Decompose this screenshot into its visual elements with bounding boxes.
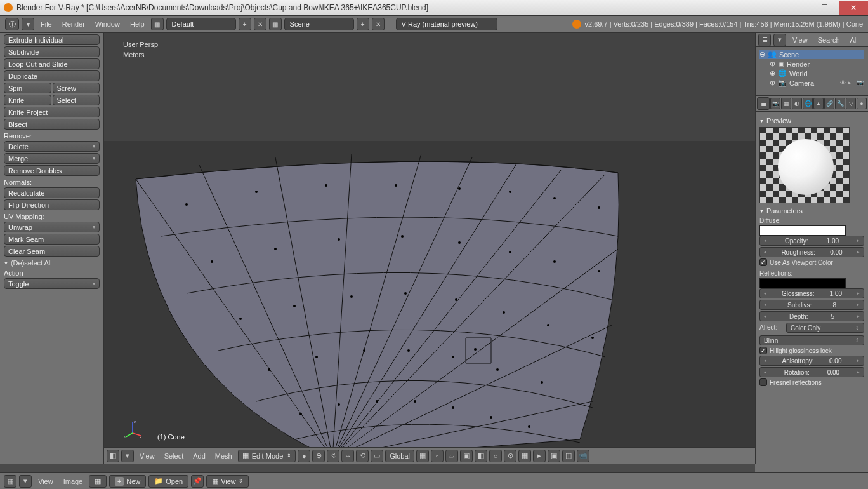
anisotropy-field[interactable]: Anisotropy:0.00 <box>760 356 864 366</box>
editor-type-icon[interactable]: ▦ <box>4 475 16 488</box>
translate-icon[interactable]: ↔ <box>341 450 354 462</box>
vertex-mode-icon[interactable]: ▫ <box>431 450 444 462</box>
file-menu[interactable]: File <box>37 20 56 28</box>
outliner-all[interactable]: All <box>846 36 862 44</box>
tree-item-scene[interactable]: ⊖ 👥 Scene <box>760 50 864 59</box>
loop-cut-button[interactable]: Loop Cut and Slide <box>4 58 100 69</box>
tab-render[interactable]: 📷 <box>770 98 780 109</box>
mark-seam-button[interactable]: Mark Seam <box>4 234 100 245</box>
screw-button[interactable]: Screw <box>53 83 100 93</box>
view-selector[interactable]: ▦ View ⇕ <box>206 475 249 488</box>
affect-selector[interactable]: Color Only <box>786 323 864 333</box>
tab-constraints[interactable]: 🔗 <box>824 98 834 109</box>
tab-scene[interactable]: ◐ <box>792 98 802 109</box>
spin-button[interactable]: Spin <box>4 83 51 93</box>
glossiness-field[interactable]: Glossiness:1.00 <box>760 288 864 298</box>
mesh-menu[interactable]: Mesh <box>211 452 236 460</box>
redo-panel-header[interactable]: (De)select All <box>4 259 100 267</box>
timeline-strip[interactable] <box>0 464 755 472</box>
roughness-field[interactable]: Roughness:0.00 <box>760 247 864 257</box>
knife-select-button[interactable]: Select <box>53 95 100 105</box>
snap-target-icon[interactable]: ▦ <box>518 450 531 462</box>
screen-layout-picker[interactable]: Default <box>166 18 236 30</box>
snap-icon[interactable]: ⊙ <box>504 450 516 462</box>
brdf-selector[interactable]: Blinn <box>760 335 864 345</box>
image-new-button[interactable]: +New <box>109 475 146 488</box>
scene-add-icon[interactable]: + <box>357 18 369 30</box>
subdivs-field[interactable]: Subdivs:8 <box>760 300 864 310</box>
layout-add-icon[interactable]: + <box>239 18 251 30</box>
scale-icon[interactable]: ▭ <box>371 450 383 462</box>
tab-modifiers[interactable]: 🔧 <box>835 98 845 109</box>
collapse-icon[interactable]: ▾ <box>121 450 134 462</box>
toggle-select[interactable]: Toggle <box>4 278 100 289</box>
hilight-glossiness-check[interactable]: Hilight glossiness lock <box>760 347 864 354</box>
fresnel-check[interactable]: Fresnel reflections <box>760 378 864 386</box>
image-open-button[interactable]: 📁Open <box>148 475 188 488</box>
opacity-field[interactable]: Opacity:1.00 <box>760 236 864 246</box>
pivot-icon[interactable]: ⊕ <box>312 450 325 462</box>
outliner-tree[interactable]: ⊖ 👥 Scene ⊕ ▣ Render ⊕ 🌐 World ⊕ 📷 Camer… <box>756 47 868 95</box>
shading-icon[interactable]: ● <box>298 450 310 462</box>
maximize-button[interactable]: ☐ <box>810 1 839 15</box>
editor-type-icon[interactable]: ≣ <box>757 97 770 110</box>
parameters-panel-header[interactable]: Parameters <box>760 207 864 215</box>
uv-view-menu[interactable]: View <box>34 478 57 485</box>
scene-browse-icon[interactable]: ▦ <box>269 18 282 30</box>
view-menu[interactable]: View <box>136 452 159 460</box>
recalculate-button[interactable]: Recalculate <box>4 187 100 198</box>
occlude-icon[interactable]: ◧ <box>475 450 487 462</box>
image-browse[interactable]: ▦ <box>89 475 107 488</box>
unwrap-button[interactable]: Unwrap <box>4 222 100 232</box>
uv-image-menu[interactable]: Image <box>60 478 87 485</box>
delete-button[interactable]: Delete <box>4 141 100 152</box>
clear-seam-button[interactable]: Clear Seam <box>4 246 100 257</box>
collapse-icon[interactable]: ▾ <box>773 34 786 46</box>
layers-icon[interactable]: ▦ <box>416 450 429 462</box>
layout-browse-icon[interactable]: ▦ <box>151 18 164 30</box>
render-menu[interactable]: Render <box>58 20 89 28</box>
camera-icon[interactable]: 📹 <box>577 450 589 462</box>
render-icon[interactable]: ▸ <box>533 450 546 462</box>
use-viewport-color-check[interactable]: Use As Viewport Color <box>760 258 864 266</box>
tree-item-render[interactable]: ⊕ ▣ Render <box>760 59 864 69</box>
merge-button[interactable]: Merge <box>4 153 100 164</box>
tree-item-camera[interactable]: ⊕ 📷 Camera 👁▸📷 <box>760 78 864 88</box>
tab-object[interactable]: ▲ <box>813 98 824 109</box>
window-menu[interactable]: Window <box>91 20 124 28</box>
close-button[interactable]: ✕ <box>839 1 868 15</box>
tab-material[interactable]: ● <box>857 98 867 109</box>
pin-icon[interactable]: 📌 <box>191 475 204 488</box>
editor-type-icon[interactable]: ◧ <box>107 450 119 462</box>
outliner-search-menu[interactable]: Search <box>814 36 844 44</box>
scene-picker[interactable]: Scene <box>284 18 354 30</box>
manipulator-icon[interactable]: ↯ <box>327 450 339 462</box>
tab-world[interactable]: 🌐 <box>803 98 813 109</box>
copy-icon[interactable]: ▣ <box>548 450 560 462</box>
duplicate-button[interactable]: Duplicate <box>4 70 100 81</box>
outliner-view-menu[interactable]: View <box>789 36 812 44</box>
edge-mode-icon[interactable]: ▱ <box>445 450 458 462</box>
scene-delete-icon[interactable]: ✕ <box>372 18 385 30</box>
tab-layers[interactable]: ▦ <box>781 98 791 109</box>
flip-direction-button[interactable]: Flip Direction <box>4 199 100 210</box>
tab-data[interactable]: ▽ <box>846 98 856 109</box>
reflection-color[interactable] <box>760 278 846 288</box>
knife-button[interactable]: Knife <box>4 95 51 105</box>
preview-panel-header[interactable]: Preview <box>760 117 864 124</box>
minimize-button[interactable]: — <box>780 1 810 15</box>
proportional-icon[interactable]: ○ <box>489 450 502 462</box>
collapse-menus-icon[interactable]: ▾ <box>22 18 34 30</box>
layout-delete-icon[interactable]: ✕ <box>254 18 266 30</box>
3d-viewport[interactable]: User Persp Meters <box>104 33 755 464</box>
face-mode-icon[interactable]: ▣ <box>460 450 473 462</box>
editor-type-icon[interactable]: ⓘ <box>5 18 19 30</box>
help-menu[interactable]: Help <box>126 20 148 28</box>
rotation-field[interactable]: Rotation:0.00 <box>760 367 864 377</box>
depth-field[interactable]: Depth:5 <box>760 311 864 321</box>
subdivide-button[interactable]: Subdivide <box>4 46 100 57</box>
remove-doubles-button[interactable]: Remove Doubles <box>4 165 100 176</box>
paste-icon[interactable]: ◫ <box>562 450 575 462</box>
collapse-icon[interactable]: ▾ <box>19 475 32 488</box>
orientation-selector[interactable]: Global <box>385 450 414 462</box>
